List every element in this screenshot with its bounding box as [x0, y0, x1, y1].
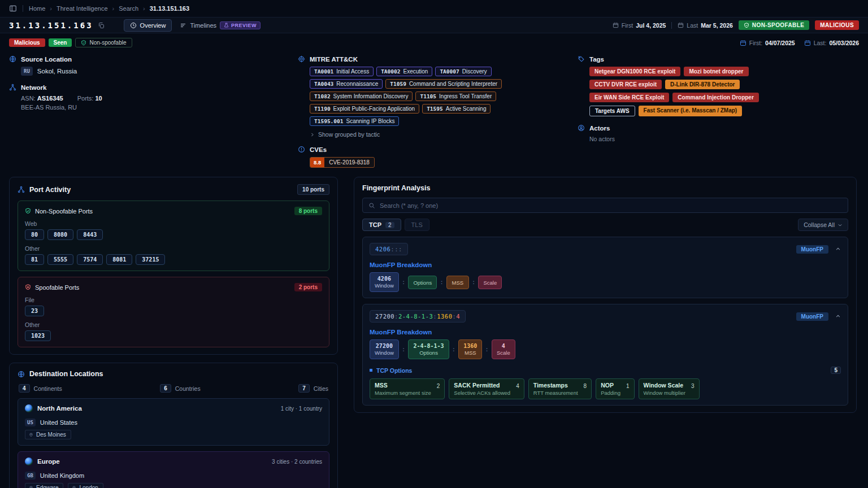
network-asn-line: ASN: AS16345 Ports: 10 — [21, 95, 298, 102]
breakdown-block-options: Options — [408, 276, 437, 289]
port-pill: 7574 — [77, 254, 103, 265]
copy-icon[interactable] — [98, 22, 105, 29]
network-icon — [18, 186, 25, 193]
breadcrumb-item[interactable]: Threat Intelligence — [57, 5, 108, 12]
header-tabs: Overview Timelines PREVIEW — [124, 18, 267, 33]
breakdown-block-window: 27200Window — [370, 339, 399, 359]
mitre-tag[interactable]: T1595.001Scanning IP Blocks — [310, 116, 399, 126]
threat-tag[interactable]: Command Injection Dropper — [672, 93, 758, 102]
tcp-option-card: SACK PermittedSelective ACKs allowed 4 — [449, 378, 524, 399]
tab-timelines-label: Timelines — [190, 22, 216, 29]
muonfp-badge: MuonFP — [796, 245, 828, 254]
continent-header[interactable]: Europe 3 cities · 2 countries — [25, 457, 322, 465]
continent-list: North America 1 city · 1 country US Unit… — [18, 398, 329, 488]
port-group-title: Spoofable Ports — [35, 284, 79, 291]
threat-tag[interactable]: CCTV DVR RCE exploit — [589, 80, 662, 89]
non-spoofable-badge: NON-SPOOFABLE — [739, 20, 809, 30]
port-pill: 80 — [25, 229, 44, 240]
mitre-section: MITRE ATT&CK TA0001Initial AccessTA0002E… — [298, 55, 578, 138]
tab-tls[interactable]: TLS — [405, 219, 429, 231]
mitre-tag[interactable]: T1105Ingress Tool Transfer — [415, 91, 496, 101]
mitre-tag[interactable]: T1059Command and Scripting Interpreter — [385, 79, 502, 89]
cve-score-badge: 8.8 — [310, 158, 324, 167]
mitre-tag[interactable]: TA0043Reconnaissance — [310, 79, 383, 89]
mitre-tag[interactable]: TA0002Execution — [376, 67, 432, 76]
breakdown-row: 4206Window:Options:MSS:Scale — [370, 272, 841, 292]
port-group-count-badge: 8 ports — [294, 207, 322, 215]
threat-tag[interactable]: Eir WAN Side RCE Exploit — [589, 93, 669, 102]
destination-stat: 4Continents — [19, 384, 62, 393]
destination-locations-panel: Destination Locations 4Continents6Countr… — [9, 363, 338, 488]
colon-separator: : — [440, 278, 444, 286]
port-pill: 8081 — [106, 254, 132, 265]
tab-tcp[interactable]: TCP 2 — [362, 219, 401, 231]
breadcrumb-item[interactable]: 31.13.151.163 — [150, 5, 189, 12]
tab-timelines[interactable]: Timelines PREVIEW — [174, 19, 266, 32]
cve-list: 8.8CVE-2019-8318 — [298, 157, 578, 168]
threat-tag[interactable]: D-Link DIR-878 Detector — [665, 80, 740, 89]
mitre-tag[interactable]: TA0001Initial Access — [310, 67, 374, 76]
calendar-icon — [613, 22, 619, 28]
collapse-all-button[interactable]: Collapse All — [798, 219, 848, 231]
threat-tag[interactable]: Mozi botnet dropper — [684, 67, 748, 76]
colon-separator: : — [452, 346, 456, 353]
calendar-icon — [678, 22, 684, 28]
show-grouped-by-tactic-toggle[interactable]: Show grouped by tactic — [298, 131, 578, 138]
breadcrumb-separator: › — [112, 5, 115, 12]
colon-separator: : — [485, 346, 489, 353]
section-title: CVEs — [310, 146, 327, 153]
globe-icon — [25, 457, 33, 465]
continent-name: Europe — [37, 458, 60, 465]
malicious-badge: MALICIOUS — [815, 20, 859, 30]
header-meta: FirstJul 4, 2025 LastMar 5, 2026 NON-SPO… — [613, 20, 859, 30]
total-ports-badge: 10 ports — [297, 184, 329, 195]
source-location-section: Source Location RU Sokol, Russia — [9, 55, 298, 76]
port-group-spoofable: Spoofable Ports 2 ports File 23Other 102… — [18, 277, 329, 347]
port-pill: 8443 — [77, 229, 103, 240]
chevron-up-icon[interactable] — [835, 313, 841, 319]
breakdown-block-options: 2-4-8-1-3Options — [408, 339, 449, 359]
network-org: BEE-AS Russia, RU — [21, 104, 298, 111]
mitre-tag[interactable]: T1190Exploit Public-Facing Application — [310, 104, 419, 114]
port-category-label: Other — [25, 245, 322, 252]
tcp-option-count: 1 — [626, 383, 630, 389]
port-groups: Non-Spoofable Ports 8 ports Web 80808084… — [18, 201, 329, 347]
chevron-up-icon[interactable] — [835, 246, 841, 252]
mitre-tag[interactable]: T1595Active Scanning — [422, 104, 491, 114]
chevron-right-icon — [310, 132, 315, 137]
actors-section: Actors No actors — [578, 124, 859, 142]
country-code-badge: GB — [25, 472, 36, 480]
map-pin-icon — [29, 433, 33, 437]
tab-overview-label: Overview — [140, 22, 166, 29]
mitre-tag[interactable]: TA0007Discovery — [435, 67, 491, 76]
port-pill: 37215 — [136, 254, 165, 265]
tab-overview[interactable]: Overview — [124, 19, 172, 32]
threat-tag[interactable]: Targets AWS — [589, 106, 635, 116]
continent-header[interactable]: North America 1 city · 1 country — [25, 404, 322, 412]
tcp-option-card: Window ScaleWindow multiplier 3 — [639, 378, 700, 399]
fingerprint-search — [362, 198, 848, 213]
panel-title: Fingerprint Analysis — [362, 184, 430, 192]
search-icon — [368, 202, 375, 209]
port-group-non-spoofable: Non-Spoofable Ports 8 ports Web 80808084… — [18, 201, 329, 271]
tcp-options-title: TCP Options — [376, 367, 412, 374]
network-icon — [9, 84, 16, 91]
target-icon — [298, 55, 305, 63]
threat-tag[interactable]: Fast Scanner (i.e. Masscan / ZMap) — [639, 106, 743, 116]
actors-icon — [578, 124, 585, 132]
breadcrumb-item[interactable]: Home — [29, 5, 45, 12]
cves-section: CVEs 8.8CVE-2019-8318 — [298, 146, 578, 168]
tcp-option-count: 4 — [516, 383, 519, 389]
cve-chip[interactable]: 8.8CVE-2019-8318 — [310, 157, 375, 168]
shield-check-icon — [81, 40, 86, 46]
country-code-badge: US — [25, 419, 36, 426]
port-pill: 81 — [25, 254, 44, 265]
tcp-option-count: 8 — [584, 383, 587, 389]
destination-stat: 6Countries — [160, 384, 201, 393]
search-input[interactable] — [380, 202, 842, 209]
sidebar-toggle-icon[interactable] — [9, 5, 17, 12]
mitre-tag[interactable]: T1082System Information Discovery — [310, 91, 413, 101]
breadcrumb-item[interactable]: Search — [119, 5, 138, 12]
status-badge-non-spoofable: Non-spoofable — [75, 38, 132, 47]
threat-tag[interactable]: Netgear DGN1000 RCE exploit — [589, 67, 680, 76]
